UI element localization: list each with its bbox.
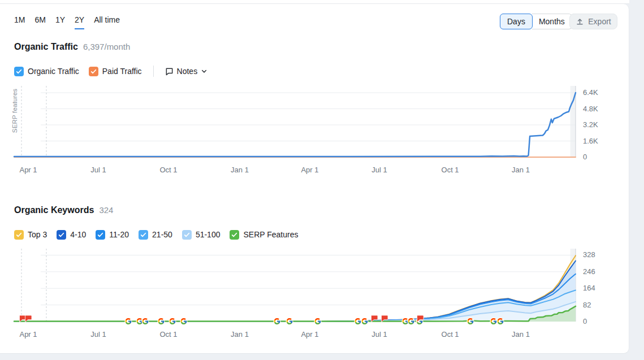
y-tick-label: 6.4K — [583, 88, 608, 97]
x-tick-label: Oct 1 — [152, 330, 185, 339]
granularity-toggle: DaysMonths — [500, 14, 572, 29]
x-tick-label: Oct 1 — [433, 166, 467, 174]
date-range-tabs: 1M6M1Y2YAll time — [14, 15, 120, 29]
organic-keywords-title-text: Organic Keywords — [14, 205, 94, 215]
range-tab-6m[interactable]: 6M — [34, 15, 45, 29]
keywords-legend-checkbox-21-50[interactable]: 21-50 — [139, 230, 172, 240]
google-update-icon[interactable] — [169, 318, 176, 325]
x-tick-label: Jan 1 — [223, 166, 257, 174]
organic-traffic-value: 6,397/month — [83, 42, 130, 51]
y-tick-label: 0 — [583, 153, 608, 161]
traffic-chart[interactable]: 01.6K3.2K4.8K6.4KApr 1Jul 1Oct 1Jan 1Apr… — [14, 86, 576, 157]
checkbox-checked-icon — [230, 230, 239, 240]
keywords-legend-checkbox-label: 21-50 — [152, 230, 172, 239]
traffic-legend-checkbox-organic-traffic[interactable]: Organic Traffic — [14, 67, 79, 76]
keywords-legend-checkbox-label: 11-20 — [109, 230, 129, 239]
y-tick-label: 328 — [583, 250, 608, 259]
google-update-icon[interactable] — [274, 318, 281, 325]
google-update-icon[interactable] — [408, 318, 415, 325]
keywords-legend-checkbox-serp-features[interactable]: SERP Features — [230, 230, 298, 240]
x-tick-label: Jul 1 — [362, 166, 396, 174]
keywords-legend-checkbox-4-10[interactable]: 4-10 — [57, 230, 86, 240]
notes-dropdown[interactable]: Notes — [165, 67, 208, 76]
granularity-months-button[interactable]: Months — [532, 14, 572, 29]
analytics-page: 1M6M1Y2YAll time DaysMonths Export Organ… — [0, 0, 644, 360]
y-tick-label: 4.8K — [583, 105, 608, 113]
google-update-icon[interactable] — [158, 318, 165, 325]
google-update-icon[interactable] — [314, 318, 322, 325]
google-update-icon[interactable] — [142, 318, 149, 325]
checkbox-checked-icon — [89, 67, 98, 76]
x-tick-label: Apr 1 — [11, 330, 45, 339]
x-tick-label: Oct 1 — [152, 166, 185, 174]
keywords-legend-checkbox-label: SERP Features — [243, 230, 298, 239]
google-update-icon[interactable] — [497, 318, 504, 325]
google-update-icon[interactable] — [180, 318, 188, 325]
notes-icon — [165, 67, 174, 76]
google-update-icon[interactable] — [490, 318, 498, 325]
y-tick-label: 246 — [583, 267, 608, 276]
organic-keywords-title: Organic Keywords324 — [14, 205, 113, 215]
x-tick-label: Jul 1 — [81, 166, 115, 174]
checkbox-checked-icon — [96, 230, 105, 240]
granularity-days-button[interactable]: Days — [500, 14, 533, 29]
x-tick-label: Apr 1 — [293, 330, 327, 339]
x-tick-label: Apr 1 — [11, 166, 45, 174]
serp-features-axis-label: SERP features — [11, 80, 18, 142]
organic-keywords-count: 324 — [99, 205, 113, 215]
google-update-icon[interactable] — [467, 318, 474, 325]
checkbox-checked-icon — [57, 230, 66, 240]
keywords-legend-checkbox-label: 51-100 — [196, 230, 221, 239]
x-tick-label: Jul 1 — [81, 330, 115, 339]
range-tab-2y[interactable]: 2Y — [75, 15, 84, 29]
google-update-icon[interactable] — [286, 318, 293, 325]
x-tick-label: Jul 1 — [362, 330, 396, 339]
export-button[interactable]: Export — [569, 14, 617, 29]
organic-traffic-title-text: Organic Traffic — [14, 42, 78, 51]
x-tick-label: Jan 1 — [223, 330, 257, 339]
y-tick-label: 82 — [583, 301, 608, 309]
range-tab-1y[interactable]: 1Y — [55, 15, 65, 29]
export-label: Export — [588, 17, 611, 26]
google-update-icon[interactable] — [361, 318, 369, 325]
y-tick-label: 1.6K — [583, 137, 608, 145]
keywords-legend-checkbox-label: Top 3 — [28, 230, 47, 239]
keywords-legend: Top 34-1011-2021-5051-100SERP Features — [14, 229, 298, 240]
checkbox-checked-icon — [14, 230, 24, 240]
top-card-edge — [0, 0, 629, 4]
traffic-legend-checkbox-paid-traffic[interactable]: Paid Traffic — [89, 67, 142, 76]
google-update-icon[interactable] — [125, 318, 132, 325]
x-tick-label: Jan 1 — [504, 330, 538, 339]
traffic-legend: Organic TrafficPaid TrafficNotes — [14, 66, 208, 77]
traffic-legend-checkbox-label: Organic Traffic — [28, 67, 79, 76]
checkbox-checked-icon — [14, 67, 24, 76]
google-update-icon[interactable] — [355, 318, 362, 325]
notes-label: Notes — [177, 67, 198, 76]
range-tab-all-time[interactable]: All time — [94, 15, 120, 29]
legend-divider — [153, 66, 154, 77]
traffic-legend-checkbox-label: Paid Traffic — [102, 67, 142, 76]
x-tick-label: Oct 1 — [433, 330, 467, 339]
export-upload-icon — [576, 18, 584, 26]
y-tick-label: 164 — [583, 284, 608, 292]
checkbox-checked-icon — [182, 230, 192, 240]
keywords-chart[interactable]: 082164246328Apr 1Jul 1Oct 1Jan 1Apr 1Jul… — [14, 249, 576, 322]
y-tick-label: 3.2K — [583, 120, 608, 129]
keywords-legend-checkbox-top-3[interactable]: Top 3 — [14, 230, 47, 240]
keywords-legend-checkbox-51-100[interactable]: 51-100 — [182, 230, 221, 240]
x-tick-label: Jan 1 — [504, 166, 538, 174]
y-tick-label: 0 — [583, 317, 608, 326]
range-tab-1m[interactable]: 1M — [14, 15, 25, 29]
x-tick-label: Apr 1 — [293, 166, 327, 174]
organic-traffic-title: Organic Traffic6,397/month — [14, 42, 130, 52]
series-line-organic-traffic — [14, 93, 576, 157]
checkbox-checked-icon — [139, 230, 148, 240]
keywords-legend-checkbox-11-20[interactable]: 11-20 — [96, 230, 129, 240]
chevron-down-icon — [201, 68, 208, 75]
keywords-legend-checkbox-label: 4-10 — [70, 230, 86, 239]
